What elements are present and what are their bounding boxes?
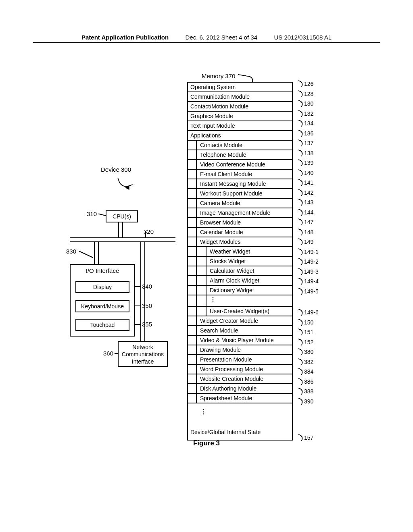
memory-ref: 382	[298, 358, 313, 365]
ref-io: 330	[66, 248, 76, 255]
memory-ref: 134	[298, 120, 313, 127]
memory-ref: 150	[298, 319, 313, 326]
memory-row: Alarm Clock Widget	[187, 276, 293, 286]
memory-row: Applications	[187, 131, 293, 141]
figure-caption: Figure 3	[0, 439, 413, 447]
memory-ref: 149-2	[298, 258, 319, 265]
memory-ref: 151	[298, 328, 313, 335]
memory-ref: 149-3	[298, 268, 319, 275]
memory-row: Dictionary Widget	[187, 286, 293, 295]
lead-cpu	[98, 213, 106, 216]
bus-cpu	[118, 222, 123, 237]
memory-row: Graphics Module	[187, 112, 293, 121]
memory-ref: 143	[298, 199, 313, 206]
touchpad-box: Touchpad	[75, 319, 129, 331]
display-box: Display	[75, 281, 129, 293]
memory-row: Presentation Module	[187, 355, 293, 365]
memory-row: Instant Messaging Module	[187, 179, 293, 189]
lead-bus	[145, 231, 146, 237]
memory-row: Camera Module	[187, 199, 293, 208]
memory-row: E-mail Client Module	[187, 170, 293, 179]
memory-ref: 138	[298, 150, 313, 156]
header-left: Patent Application Publication	[81, 34, 169, 41]
ref-network: 360	[103, 350, 113, 357]
memory-ref: 132	[298, 110, 313, 117]
memory-row: User-Created Widget(s)	[187, 307, 293, 316]
page-header: Patent Application Publication Dec. 6, 2…	[33, 34, 380, 43]
memory-ref: 149	[298, 238, 313, 245]
memory-gap: ⋮	[187, 295, 293, 307]
memory-row: Disk Authoring Module	[187, 384, 293, 394]
memory-ref: 149-5	[298, 288, 319, 295]
header-center: Dec. 6, 2012 Sheet 4 of 34	[186, 34, 257, 41]
memory-row: Widget Modules	[187, 237, 293, 247]
memory-row: Communication Module	[187, 92, 293, 102]
memory-ref: 148	[298, 229, 313, 235]
memory-row: Widget Creator Module	[187, 316, 293, 326]
io-interface-box: I/O Interface Display Keyboard/Mouse Tou…	[70, 264, 135, 337]
memory-ref: 128	[298, 90, 313, 97]
io-title: I/O Interface	[71, 265, 134, 274]
memory-row: Operating System	[187, 82, 293, 92]
memory-row: Workout Support Module	[187, 189, 293, 199]
lead-keyboard-mouse	[135, 305, 140, 306]
bus-horizontal	[70, 237, 175, 242]
memory-ref: 149-4	[298, 278, 319, 285]
memory-row: Drawing Module	[187, 345, 293, 355]
header-right: US 2012/0311508 A1	[274, 34, 332, 41]
memory-row: Calendar Module	[187, 228, 293, 237]
lead-touchpad	[135, 324, 140, 325]
device-title: Device 300	[101, 166, 131, 173]
memory-ref: 126	[298, 80, 313, 87]
memory-ref: 386	[298, 378, 313, 385]
memory-row: Contacts Module	[187, 141, 293, 150]
memory-row: Telephone Module	[187, 150, 293, 160]
memory-row: Text Input Module	[187, 121, 293, 131]
ref-display: 340	[142, 283, 152, 290]
memory-stack: Operating SystemCommunication ModuleCont…	[187, 82, 293, 441]
memory-row: Contact/Motion Module	[187, 102, 293, 112]
memory-row: Search Module	[187, 326, 293, 336]
memory-ref: 137	[298, 139, 313, 146]
lead-network	[115, 353, 119, 354]
memory-row: Video & Music Player Module	[187, 336, 293, 345]
memory-ref: 142	[298, 189, 313, 196]
memory-row: Website Creation Module	[187, 374, 293, 384]
ref-touchpad: 355	[142, 321, 152, 328]
memory-row: Spreadsheet Module	[187, 394, 293, 403]
memory-row: Stocks Widget	[187, 257, 293, 266]
memory-ref: 149-1	[298, 248, 319, 255]
memory-tail-gap: ⋮	[187, 403, 293, 428]
memory-row: Weather Widget	[187, 247, 293, 257]
network-label: Network Communications Interface	[122, 344, 164, 365]
memory-ref: 388	[298, 388, 313, 395]
memory-row: Video Conference Module	[187, 160, 293, 170]
memory-ref: 380	[298, 348, 313, 355]
memory-row: Image Management Module	[187, 208, 293, 218]
keyboard-mouse-box: Keyboard/Mouse	[75, 300, 129, 312]
memory-ref: 147	[298, 218, 313, 225]
memory-row: Word Processing Module	[187, 365, 293, 374]
memory-ref: 384	[298, 368, 313, 375]
memory-ref: 390	[298, 398, 313, 405]
memory-title: Memory 370	[202, 73, 235, 79]
ref-keyboard-mouse: 350	[142, 302, 152, 309]
memory-ref: 149-6	[298, 309, 319, 316]
memory-ref: 136	[298, 130, 313, 137]
ref-cpu: 310	[87, 210, 97, 217]
memory-row: Calculator Widget	[187, 266, 293, 276]
memory-ref: 140	[298, 169, 313, 176]
lead-display	[135, 286, 140, 287]
memory-ref: 139	[298, 159, 313, 166]
memory-ref: 141	[298, 179, 313, 186]
memory-ref: 144	[298, 209, 313, 216]
network-box: Network Communications Interface	[118, 341, 168, 367]
lead-io	[79, 251, 93, 258]
memory-ref: 130	[298, 100, 313, 107]
cpu-box: CPU(s)	[106, 210, 138, 222]
memory-ref: 152	[298, 339, 313, 345]
memory-row: Browser Module	[187, 218, 293, 228]
global-state-row: Device/Global Internal State	[187, 428, 293, 441]
bus-io	[94, 242, 99, 264]
